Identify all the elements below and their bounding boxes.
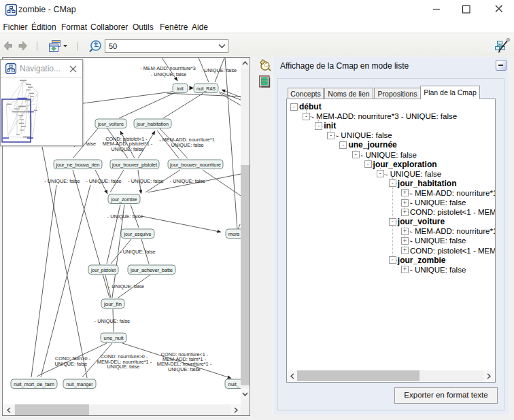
svg-text:une_nuit: une_nuit <box>104 335 124 341</box>
svg-text:jour_zombie: jour_zombie <box>111 196 137 203</box>
svg-text:- UNIQUE: false: - UNIQUE: false <box>86 178 121 184</box>
svg-text:- UNIQUE: false: - UNIQUE: false <box>151 71 186 77</box>
svg-text:- UNIQUE: false: - UNIQUE: false <box>201 67 237 73</box>
svg-text:50: 50 <box>109 42 117 50</box>
svg-text:- UNIQUE: false: - UNIQUE: false <box>44 178 80 184</box>
svg-text:- UNIQUE: false: - UNIQUE: false <box>109 283 144 290</box>
svg-text:- UNIQUE: false: - UNIQUE: false <box>170 178 205 184</box>
svg-text:nuit_RAS: nuit_RAS <box>196 86 216 92</box>
svg-text:jour_trouver_pistolet: jour_trouver_pistolet <box>112 162 158 168</box>
svg-text:jour_pistolet: jour_pistolet <box>90 267 116 273</box>
svg-text:jour_trouver_nourriture: jour_trouver_nourriture <box>169 162 221 168</box>
svg-text:UNIQUE: false: UNIQUE: false <box>112 146 144 152</box>
svg-text:nuit_mort_de_faim: nuit_mort_de_faim <box>14 381 54 387</box>
svg-text:jour_achever_batte: jour_achever_batte <box>130 267 173 273</box>
svg-text:- UNIQUE: false: - UNIQUE: false <box>120 249 155 255</box>
svg-text:jour_fin: jour_fin <box>103 301 122 307</box>
svg-text:UNIQUE: false: UNIQUE: false <box>168 366 201 372</box>
svg-text:mors: mors <box>228 231 240 237</box>
svg-text:init: init <box>177 86 184 92</box>
svg-text:- UNIQUE: false: - UNIQUE: false <box>95 318 130 324</box>
svg-text:UNIQUE: false: UNIQUE: false <box>55 361 88 367</box>
svg-text:jour_voiture: jour_voiture <box>97 121 124 127</box>
svg-text:nuit_: nuit_ <box>228 381 240 387</box>
svg-text:jour_habitation: jour_habitation <box>136 121 169 127</box>
svg-text:jour_ne_trouva_rien: jour_ne_trouva_rien <box>56 162 100 168</box>
svg-text:nuit_manger: nuit_manger <box>67 381 93 387</box>
svg-text:jour_esquive: jour_esquive <box>124 231 152 237</box>
svg-text:- UNIQUE: false: - UNIQUE: false <box>128 178 163 184</box>
svg-text:- UNIQUE: false: - UNIQUE: false <box>107 213 143 220</box>
svg-text:UNIQUE: false: UNIQUE: false <box>107 364 140 370</box>
svg-text:- UNIQUE: false: - UNIQUE: false <box>168 142 203 148</box>
